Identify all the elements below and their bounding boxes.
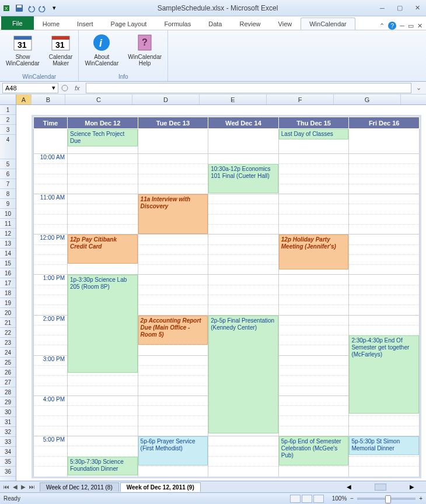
select-all-corner[interactable]: [0, 94, 16, 104]
ribbon-restore-icon[interactable]: ▭: [408, 22, 414, 30]
event-celebration[interactable]: 5p-6p End of Semester Celebration (McGee…: [279, 436, 349, 466]
row-header[interactable]: 7: [0, 179, 16, 189]
col-header-f[interactable]: F: [267, 94, 334, 104]
zoom-out-button[interactable]: −: [350, 495, 354, 502]
save-icon[interactable]: [14, 3, 25, 13]
row-header[interactable]: 15: [0, 258, 16, 268]
event-foundation[interactable]: 5:30p-7:30p Science Foundation Dinner: [68, 457, 138, 475]
row-header[interactable]: 2: [0, 115, 16, 125]
event-end-semester[interactable]: 2:30p-4:30p End Of Semester get together…: [349, 335, 419, 414]
row-header[interactable]: 1: [0, 105, 16, 115]
row-header[interactable]: 18: [0, 288, 16, 298]
qat-dropdown-icon[interactable]: ▾: [49, 3, 60, 13]
formula-expand-icon[interactable]: ⌄: [414, 84, 424, 92]
wincalendar-help-button[interactable]: ? WinCalendar Help: [125, 32, 164, 74]
ribbon-minimize-icon[interactable]: ⌃: [379, 22, 385, 30]
event-holiday-party[interactable]: 12p Holiday Party Meeting (Jennifer's): [279, 235, 349, 270]
col-header-b[interactable]: B: [32, 94, 65, 104]
event-science-lab[interactable]: 1p-3:30p Science Lab 205 (Room 8P): [68, 275, 138, 373]
tab-insert[interactable]: Insert: [68, 18, 102, 30]
row-header[interactable]: 27: [0, 377, 16, 387]
row-header[interactable]: 20: [0, 308, 16, 318]
horizontal-scrollbar[interactable]: ◀▶: [347, 484, 426, 491]
row-header[interactable]: 4: [0, 135, 16, 159]
zoom-in-button[interactable]: +: [419, 495, 422, 502]
col-header-g[interactable]: G: [334, 94, 401, 104]
row-header[interactable]: 9: [0, 199, 16, 209]
formula-input[interactable]: [86, 83, 411, 93]
row-header[interactable]: 14: [0, 249, 16, 258]
row-header[interactable]: 12: [0, 229, 16, 239]
row-header[interactable]: 3: [0, 125, 16, 135]
row-header[interactable]: 28: [0, 387, 16, 397]
zoom-level[interactable]: 100%: [332, 495, 347, 502]
col-header-d[interactable]: D: [132, 94, 200, 104]
row-header[interactable]: 23: [0, 338, 16, 348]
row-header[interactable]: 6: [0, 169, 16, 179]
tab-file[interactable]: File: [1, 16, 34, 30]
sheet-first-icon[interactable]: ⏮: [2, 484, 11, 490]
row-header[interactable]: 13: [0, 239, 16, 249]
event-st-simon[interactable]: 5p-5:30p St Simon Memorial Dinner: [349, 436, 419, 455]
row-header[interactable]: 11: [0, 219, 16, 229]
sheet-last-icon[interactable]: ⏭: [28, 484, 36, 490]
sheet-tab-prev[interactable]: Week of Dec 12, 2011 (8): [40, 482, 119, 492]
sheet-next-icon[interactable]: ▶: [20, 484, 27, 490]
close-button[interactable]: ✕: [411, 4, 424, 12]
ribbon-close-icon[interactable]: ✕: [417, 22, 422, 30]
row-header[interactable]: 25: [0, 358, 16, 368]
row-header[interactable]: 24: [0, 348, 16, 358]
zoom-slider[interactable]: [357, 498, 415, 500]
help-icon[interactable]: ?: [388, 22, 396, 30]
row-header[interactable]: 10: [0, 209, 16, 219]
row-header[interactable]: 32: [0, 427, 16, 437]
sheet-prev-icon[interactable]: ◀: [12, 484, 19, 490]
show-wincalendar-button[interactable]: 31 Show WinCalendar: [4, 32, 42, 74]
row-header[interactable]: 36: [0, 467, 16, 477]
row-header[interactable]: 35: [0, 457, 16, 467]
name-box[interactable]: A48▾: [2, 83, 58, 93]
row-header[interactable]: 33: [0, 437, 16, 447]
event-citibank[interactable]: 12p Pay Citibank Credit Card: [68, 235, 138, 264]
row-header[interactable]: 16: [0, 268, 16, 278]
excel-icon[interactable]: X: [2, 3, 13, 13]
redo-icon[interactable]: [37, 3, 48, 13]
maximize-button[interactable]: ▢: [393, 4, 406, 12]
event-prayer[interactable]: 5p-6p Prayer Service (First Methodist): [138, 436, 208, 466]
undo-icon[interactable]: [26, 3, 36, 13]
tab-data[interactable]: Data: [200, 18, 231, 30]
tab-wincalendar[interactable]: WinCalendar: [301, 18, 355, 30]
minimize-button[interactable]: ─: [376, 4, 389, 12]
row-header[interactable]: 29: [0, 397, 16, 407]
tab-view[interactable]: View: [270, 18, 301, 30]
row-header[interactable]: 22: [0, 328, 16, 338]
row-header[interactable]: 19: [0, 298, 16, 308]
sheet-tab-active[interactable]: Week of Dec 12, 2011 (9): [120, 482, 201, 492]
col-header-a[interactable]: A: [16, 94, 32, 104]
page-break-view-button[interactable]: [313, 495, 324, 503]
page-layout-view-button[interactable]: [302, 495, 312, 503]
insert-function-icon[interactable]: [61, 84, 69, 92]
event-interview[interactable]: 11a Interview with Discovery: [138, 194, 208, 234]
tab-formulas[interactable]: Formulas: [155, 18, 200, 30]
tab-review[interactable]: Review: [231, 18, 269, 30]
ribbon-min2-icon[interactable]: ─: [400, 22, 404, 29]
fx-label[interactable]: fx: [71, 85, 83, 92]
event-final-presentation[interactable]: 2p-5p Final Presentation (Kennedy Center…: [208, 316, 278, 433]
tab-home[interactable]: Home: [34, 18, 68, 30]
row-header[interactable]: 30: [0, 407, 16, 417]
row-header[interactable]: 8: [0, 189, 16, 199]
event-science-project[interactable]: Science Tech Project Due: [68, 129, 138, 146]
row-header[interactable]: 26: [0, 368, 16, 377]
row-header[interactable]: 5: [0, 159, 16, 169]
calendar-maker-button[interactable]: 31 Calendar Maker: [47, 32, 75, 74]
cells-area[interactable]: Time Mon Dec 12 Tue Dec 13 Wed Dec 14 Th…: [16, 105, 426, 481]
row-header[interactable]: 21: [0, 318, 16, 328]
event-last-day[interactable]: Last Day of Classes: [279, 129, 349, 139]
row-header[interactable]: 17: [0, 278, 16, 288]
normal-view-button[interactable]: [290, 495, 301, 503]
col-header-c[interactable]: C: [65, 94, 132, 104]
col-header-e[interactable]: E: [200, 94, 267, 104]
event-accounting[interactable]: 2p Accounting Report Due (Main Office - …: [138, 316, 208, 345]
tab-page-layout[interactable]: Page Layout: [102, 18, 156, 30]
